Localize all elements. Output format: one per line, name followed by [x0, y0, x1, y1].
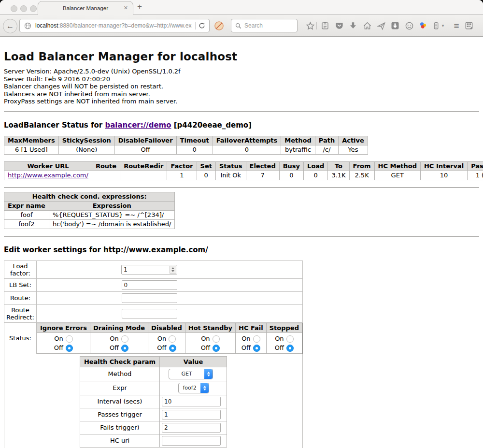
persist-note-line: Balancer changes will NOT be persisted o… [4, 83, 163, 90]
new-tab-button[interactable]: + [137, 2, 142, 12]
lb-set-label: LB Set: [4, 278, 37, 291]
hc-interval-input[interactable] [162, 397, 221, 406]
status-options-table: Ignore Errors Draining Mode Disabled Hot… [37, 323, 302, 354]
balancer-manager-page: Load Balancer Manager for localhost Serv… [0, 50, 483, 448]
status-header-row: Ignore Errors Draining Mode Disabled Hot… [37, 323, 302, 332]
tab-balancer-manager[interactable]: Balancer Manager ✕ [38, 1, 133, 15]
stopped-on-radio[interactable] [286, 335, 294, 343]
expr-row-foof2: foof2 hc('body') =~ /domain is establish… [4, 219, 175, 229]
url-text[interactable]: localhost:8880/balancer-manager?b=demo&w… [35, 22, 192, 29]
pocket-icon[interactable] [334, 21, 344, 30]
ignore-errors-off-radio[interactable] [66, 345, 73, 352]
worker-data-row: http://www.example.com/ 1 0 Init Ok 7 0 … [4, 171, 483, 180]
balancer-data-row: 6 [1 Used] (None) Off 0 0 bytraffic /c/ … [4, 145, 368, 154]
hc-header-row: Health Check param Value [80, 356, 227, 367]
back-button[interactable]: ← [3, 19, 17, 33]
navigation-toolbar: ← localhost:8880/balancer-manager?b=demo… [0, 15, 483, 37]
hc-method-select[interactable]: GET [169, 369, 213, 379]
back-icon: ← [6, 22, 14, 30]
hc-interval-row: Interval (secs) [80, 395, 227, 408]
content-block-icon[interactable] [213, 20, 224, 31]
hc-fail-on-radio[interactable] [253, 335, 260, 343]
status-radio-row: On Off On Off On Off [37, 332, 302, 353]
hc-expr-label: Expr [80, 381, 159, 395]
battery-extension-icon[interactable] [431, 21, 441, 30]
route-row: Route: [4, 291, 303, 304]
ignore-errors-on-radio[interactable] [66, 335, 73, 343]
search-bar[interactable]: Search [231, 19, 298, 32]
route-redirect-input[interactable] [122, 309, 177, 318]
reload-icon[interactable] [199, 22, 205, 29]
load-factor-row: Load factor: [4, 260, 303, 278]
lb-set-input[interactable] [122, 280, 177, 290]
dropdown-caret-icon[interactable]: ▾ [440, 21, 446, 30]
health-check-param-table: Health Check param Value Method GET [80, 356, 227, 448]
route-label: Route: [4, 291, 37, 304]
hc-expr-select[interactable]: foof2 [178, 383, 209, 393]
hc-fails-input[interactable] [162, 423, 221, 433]
number-spinner-icon[interactable] [170, 266, 176, 274]
hc-passes-input[interactable] [162, 410, 221, 419]
send-icon[interactable] [376, 21, 386, 30]
download-square-icon[interactable] [390, 21, 400, 30]
hc-fails-row: Fails trigger) [80, 421, 227, 434]
tab-bar: Balancer Manager ✕ + [0, 0, 483, 15]
divider [4, 187, 479, 188]
load-factor-field-wrap [121, 265, 177, 275]
server-info: Server Version: Apache/2.5.0-dev (Unix) … [4, 68, 479, 105]
grid-extension-icon[interactable] [464, 21, 474, 30]
select-stepper-icon [204, 369, 213, 379]
hc-uri-row: HC uri [80, 434, 227, 447]
feedback-smiley-icon[interactable] [404, 21, 414, 30]
hc-interval-label: Interval (secs) [80, 395, 159, 408]
hc-passes-row: Passes trigger [80, 408, 227, 421]
hc-fail-off-radio[interactable] [253, 345, 260, 352]
hc-fails-label: Fails trigger) [80, 421, 159, 434]
server-version-line: Server Version: Apache/2.5.0-dev (Unix) … [4, 68, 181, 75]
hc-expr-row: Expr foof2 [80, 381, 227, 395]
toolbar-separator [316, 22, 317, 29]
search-icon [235, 23, 242, 29]
route-input[interactable] [122, 293, 177, 303]
hot-standby-on-radio[interactable] [213, 335, 220, 343]
tab-close-icon[interactable]: ✕ [124, 5, 128, 11]
worker-settings-form: Load factor: LB Set: Route: Route Redire… [4, 260, 303, 448]
window-zoom-button[interactable] [30, 5, 37, 12]
downloads-icon[interactable] [348, 21, 358, 30]
url-bar[interactable]: localhost:8880/balancer-manager?b=demo&w… [19, 19, 210, 32]
draining-mode-on-radio[interactable] [121, 335, 128, 343]
toolbar-separator [447, 22, 447, 29]
balancer-demo-link[interactable]: balancer://demo [105, 121, 171, 130]
bookmark-star-icon[interactable] [305, 21, 315, 30]
draining-mode-off-radio[interactable] [121, 345, 128, 352]
window-minimize-button[interactable] [20, 5, 27, 12]
stopped-off-radio[interactable] [286, 345, 294, 352]
hc-method-label: Method [80, 367, 159, 381]
select-stepper-icon [200, 383, 209, 393]
server-built-line: Server Built: Feb 9 2016 07:00:20 [4, 75, 110, 83]
inherit-note-line: Balancers are NOT inherited from main se… [4, 90, 150, 98]
menu-icon[interactable]: ≡ [452, 21, 461, 30]
search-placeholder: Search [244, 22, 263, 29]
route-redirect-label: Route Redirect: [4, 304, 37, 322]
disabled-on-radio[interactable] [169, 335, 176, 343]
expr-title-row: Health check cond. expressions: [4, 192, 175, 201]
hc-uri-input[interactable] [162, 436, 221, 446]
loadbalancer-status-heading: LoadBalancer Status for balancer://demo … [4, 121, 479, 130]
balancer-status-table: MaxMembers StickySession DisableFailover… [4, 136, 368, 155]
proxypass-note-line: ProxyPass settings are NOT inherited fro… [4, 98, 177, 105]
browser-window: Balancer Manager ✕ + ← localhost:8880/ba… [0, 0, 483, 448]
health-check-params-row: Health Check param Value Method GET [4, 354, 303, 448]
lb-set-row: LB Set: [4, 278, 303, 291]
hc-method-row: Method GET [80, 367, 227, 381]
worker-url-link[interactable]: http://www.example.com/ [8, 172, 88, 179]
disabled-off-radio[interactable] [169, 345, 176, 352]
window-close-button[interactable] [11, 5, 17, 12]
hc-uri-label: HC uri [80, 434, 159, 447]
load-factor-input[interactable] [121, 265, 177, 275]
hot-standby-off-radio[interactable] [213, 345, 220, 352]
bookmarks-menu-icon[interactable] [320, 21, 330, 30]
status-row: Status: Ignore Errors Draining Mode Disa… [4, 322, 303, 354]
colors-extension-icon[interactable] [418, 21, 428, 30]
home-icon[interactable] [362, 21, 372, 30]
